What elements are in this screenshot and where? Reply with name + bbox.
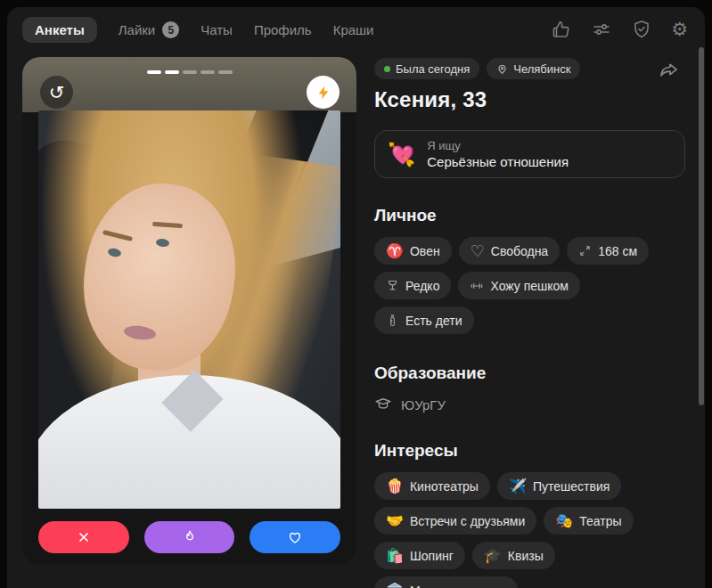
- airplane-emoji: ✈️: [509, 479, 527, 494]
- tab-chats[interactable]: Чаты: [201, 22, 233, 37]
- carousel-segment: [165, 70, 179, 74]
- university-name: ЮУрГУ: [401, 397, 446, 412]
- superlike-button[interactable]: [144, 521, 235, 553]
- photo-carousel-segments: [22, 70, 356, 74]
- rewind-button[interactable]: ↺: [40, 76, 73, 109]
- tab-label: Чаты: [201, 22, 233, 37]
- heart-icon: [287, 529, 303, 545]
- location-pin-icon: [496, 63, 508, 75]
- profile-photo[interactable]: [38, 110, 340, 509]
- chip-interest[interactable]: 🤝Встречи с друзьями: [374, 507, 536, 535]
- section-title-education: Образование: [374, 363, 692, 383]
- flame-icon: [182, 529, 198, 545]
- seeking-value: Серьёзные отношения: [427, 154, 569, 169]
- carousel-segment: [183, 70, 197, 74]
- wine-glass-icon: [386, 279, 399, 292]
- chip-interest[interactable]: ✈️Путешествия: [497, 472, 621, 500]
- tab-label: Краши: [333, 22, 374, 37]
- chip-relationship-status[interactable]: ♡ Свободна: [459, 237, 561, 265]
- status-text: Была сегодня: [396, 62, 470, 76]
- profile-photo-card: ↺: [22, 57, 356, 565]
- graduation-cap-emoji: 🎓: [484, 549, 502, 563]
- baby-bottle-icon: [386, 314, 399, 327]
- seeking-card[interactable]: 💘 Я ищу Серьёзные отношения: [374, 130, 685, 178]
- tab-label: Анкеты: [35, 22, 85, 37]
- tab-label: Профиль: [254, 22, 312, 37]
- classical-building-emoji: 🏛️: [386, 584, 404, 588]
- tab-label: Лайки: [119, 22, 156, 37]
- dating-app-window: Анкеты Лайки 5 Чаты Профиль Краши ⚙: [0, 0, 712, 588]
- heart-with-arrow-emoji: 💘: [388, 142, 415, 167]
- likes-count-badge: 5: [162, 21, 179, 38]
- x-cross-icon: [77, 530, 91, 544]
- tab-likes[interactable]: Лайки 5: [119, 21, 180, 38]
- filters-icon[interactable]: [591, 19, 612, 40]
- carousel-segment: [147, 70, 161, 74]
- section-title-interests: Интересы: [374, 441, 692, 461]
- safety-shield-icon[interactable]: [631, 19, 652, 40]
- profile-name-age: Ксения, 33: [374, 87, 692, 112]
- chip-alcohol[interactable]: Редко: [374, 272, 451, 299]
- online-status-badge: Была сегодня: [374, 58, 479, 79]
- chip-interest[interactable]: 🎓Квизы: [472, 542, 555, 569]
- profile-info-column: Была сегодня Челябинск Ксения, 33 💘 Я ищ…: [374, 58, 692, 588]
- city-badge: Челябинск: [487, 58, 580, 79]
- status-badges: Была сегодня Челябинск: [374, 58, 692, 79]
- thumbs-up-icon[interactable]: [551, 19, 572, 40]
- seeking-label: Я ищу: [427, 139, 569, 152]
- like-button[interactable]: [250, 521, 340, 553]
- popcorn-emoji: 🍿: [386, 479, 404, 494]
- chip-interest[interactable]: 🛍️Шопинг: [374, 542, 465, 569]
- top-navigation: Анкеты Лайки 5 Чаты Профиль Краши: [22, 17, 374, 43]
- handshake-emoji: 🤝: [386, 514, 404, 528]
- heart-outline-icon: ♡: [471, 243, 485, 259]
- dislike-button[interactable]: [38, 521, 129, 553]
- city-text: Челябинск: [513, 62, 570, 76]
- chip-interest[interactable]: 🏛️Музеи и галереи: [374, 576, 518, 588]
- interest-chips: 🍿Кинотеатры ✈️Путешествия 🤝Встречи с дру…: [374, 472, 668, 588]
- height-arrows-icon: [578, 244, 592, 257]
- boost-button[interactable]: [307, 76, 340, 109]
- photo-blur-band: [22, 57, 356, 112]
- aries-icon: ♈: [386, 244, 404, 258]
- tab-crushes[interactable]: Краши: [333, 22, 374, 37]
- scrollbar-thumb[interactable]: [699, 47, 704, 405]
- online-dot-icon: [384, 66, 390, 72]
- chip-height[interactable]: 168 см: [567, 237, 649, 265]
- top-right-toolbar: ⚙: [551, 19, 688, 40]
- share-icon[interactable]: [659, 60, 679, 80]
- chip-children[interactable]: Есть дети: [374, 306, 474, 334]
- chip-zodiac[interactable]: ♈ Овен: [374, 237, 452, 265]
- personal-chips: ♈ Овен ♡ Свободна 168 см Редко: [374, 237, 668, 334]
- chip-interest[interactable]: 🍿Кинотеатры: [374, 472, 490, 500]
- chip-interest[interactable]: 🎭Театры: [544, 507, 633, 535]
- settings-gear-icon[interactable]: ⚙: [671, 19, 688, 40]
- section-title-personal: Личное: [374, 206, 692, 225]
- swipe-actions: [38, 521, 340, 553]
- carousel-segment: [218, 70, 233, 74]
- lightning-bolt-icon: [315, 85, 331, 101]
- chip-sport[interactable]: Хожу пешком: [458, 272, 580, 299]
- tab-ankety[interactable]: Анкеты: [22, 17, 97, 43]
- dumbbell-icon: [470, 279, 484, 293]
- shopping-bags-emoji: 🛍️: [386, 549, 404, 563]
- theater-masks-emoji: 🎭: [555, 514, 573, 528]
- tab-profile[interactable]: Профиль: [254, 22, 312, 37]
- rewind-icon: ↺: [49, 82, 65, 103]
- graduation-cap-icon: [374, 396, 392, 413]
- education-row: ЮУрГУ: [374, 396, 692, 413]
- carousel-segment: [201, 70, 215, 74]
